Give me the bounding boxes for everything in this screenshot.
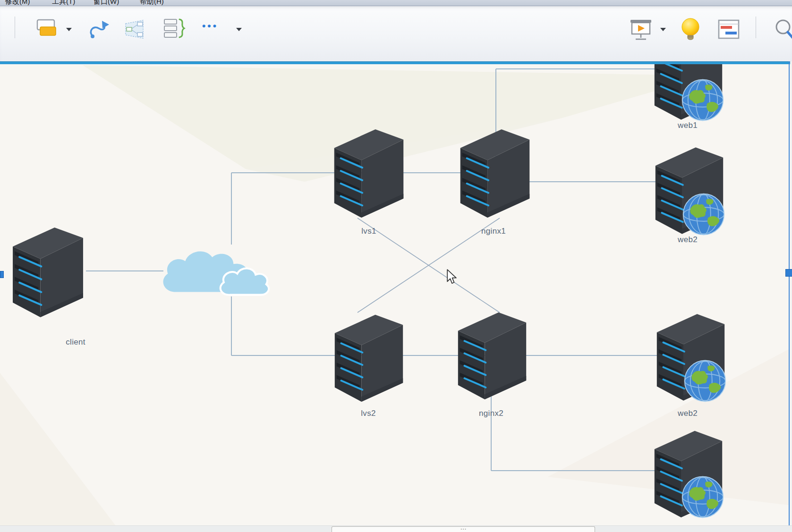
presentation-play-icon[interactable]	[630, 18, 652, 41]
globe-icon	[682, 193, 725, 236]
search-icon[interactable]	[774, 17, 792, 41]
globe-icon	[681, 78, 724, 122]
node-label-web2a: web2	[657, 235, 718, 245]
page-left-resize-handle[interactable]	[0, 271, 4, 278]
page-right-border	[789, 61, 790, 532]
shapes-icon[interactable]	[36, 18, 58, 39]
node-label-nginx2: nginx2	[460, 409, 522, 418]
idea-bulb-icon[interactable]	[680, 17, 701, 42]
toolbar: •••	[0, 6, 792, 61]
menu-item-tools[interactable]: 工具(T)	[52, 0, 75, 6]
timeline-window-icon[interactable]	[718, 19, 740, 39]
shapes-dropdown-caret[interactable]	[66, 28, 72, 31]
menu-item-help[interactable]: 帮助(H)	[140, 0, 164, 6]
node-label-client: client	[45, 338, 106, 347]
internet-cloud-shape[interactable]	[157, 237, 273, 302]
more-tools-button[interactable]: •••	[202, 20, 218, 32]
bottom-panel-handle[interactable]: ⋯	[332, 526, 595, 532]
node-label-web2b: web2	[657, 409, 718, 418]
node-label-lvs1: lvs1	[338, 227, 400, 236]
node-label-nginx1: nginx1	[463, 227, 524, 236]
menu-item-modify[interactable]: 修改(M)	[5, 0, 30, 6]
more-dropdown-caret[interactable]	[236, 28, 242, 31]
globe-icon	[681, 475, 724, 519]
mouse-cursor	[446, 269, 457, 285]
org-chart-icon[interactable]	[124, 19, 145, 39]
toolbar-separator	[756, 17, 756, 38]
menu-bar: 修改(M) 工具(T) 窗口(W) 帮助(H)	[0, 0, 792, 6]
node-nginx1[interactable]	[457, 124, 533, 220]
page-top-border	[0, 61, 792, 64]
list-brace-icon[interactable]	[163, 17, 187, 40]
globe-icon	[683, 359, 727, 403]
canvas-right-margin	[790, 61, 792, 532]
menu-item-window[interactable]: 窗口(W)	[94, 0, 119, 6]
toolbar-separator	[15, 17, 15, 38]
node-nginx2[interactable]	[455, 307, 529, 401]
node-lvs2[interactable]	[331, 309, 407, 404]
node-client[interactable]	[10, 220, 86, 321]
drawing-canvas[interactable]: client lvs1 nginx1 lvs2 nginx2 web1 web2…	[0, 61, 792, 532]
connector-curve-icon[interactable]	[87, 18, 111, 40]
presentation-dropdown-caret[interactable]	[660, 28, 666, 31]
node-label-lvs2: lvs2	[338, 409, 399, 418]
node-label-web1: web1	[657, 121, 718, 130]
node-lvs1[interactable]	[331, 124, 407, 220]
page-right-resize-handle[interactable]	[785, 269, 792, 277]
